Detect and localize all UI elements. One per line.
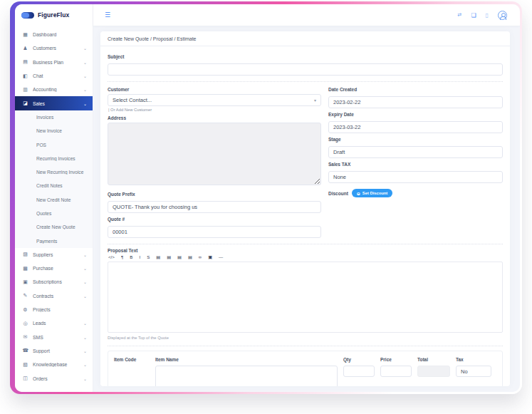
discount-row: Discount ⊖ Set Discount bbox=[328, 189, 503, 197]
sidebar-item-new-credit-note[interactable]: New Credit Note bbox=[15, 193, 93, 207]
sync-icon[interactable]: ⇄ bbox=[458, 12, 462, 18]
subscriptions-icon: ▣ bbox=[22, 279, 28, 285]
quote-number-input[interactable] bbox=[108, 226, 321, 238]
app-card: FigureFlux ▦ Dashboard ♟ Customers ⌄ ▤ bbox=[10, 1, 522, 394]
add-new-customer-link[interactable]: | Or Add New Customer bbox=[108, 108, 321, 112]
sidebar-item-chat[interactable]: ◧ Chat ⌄ bbox=[15, 69, 93, 83]
item-name-textarea[interactable] bbox=[155, 366, 338, 386]
stage-label: Stage bbox=[328, 137, 503, 142]
chevron-down-icon: ⌄ bbox=[83, 87, 87, 92]
italic-icon[interactable]: I bbox=[139, 255, 140, 259]
quote-prefix-input[interactable] bbox=[108, 201, 321, 213]
main-area: ☰ ⇄ ❏ ▯ Create New Quote / Proposal / Es… bbox=[93, 4, 520, 392]
line-items-table: Item Code Item Name Qty Price Total Tax bbox=[108, 351, 503, 386]
sidebar-item-subscriptions[interactable]: ▣ Subscriptions ⌄ bbox=[15, 275, 93, 289]
leads-icon: ◎ bbox=[22, 321, 28, 326]
proposal-text-label: Proposal Text bbox=[108, 248, 503, 253]
accounting-icon: ▥ bbox=[22, 87, 28, 93]
strikethrough-icon[interactable]: S bbox=[147, 255, 150, 259]
address-textarea[interactable] bbox=[108, 123, 321, 185]
chevron-down-icon: ⌄ bbox=[83, 321, 87, 326]
divider bbox=[108, 81, 503, 82]
logo[interactable]: FigureFlux bbox=[15, 4, 93, 26]
topbar: ☰ ⇄ ❏ ▯ bbox=[93, 4, 520, 26]
file-icon[interactable]: ❏ bbox=[471, 12, 476, 19]
sidebar-item-orders[interactable]: ◫ Orders ⌄ bbox=[15, 371, 93, 385]
business-plan-icon: ▤ bbox=[22, 59, 28, 65]
qty-header: Qty bbox=[343, 357, 375, 362]
proposal-text-editor[interactable] bbox=[108, 262, 503, 333]
sidebar-item-sales[interactable]: ◪ Sales ⌄ bbox=[15, 96, 93, 110]
sidebar-item-invoices[interactable]: Invoices bbox=[15, 110, 93, 124]
justify-left-icon[interactable]: ▤ bbox=[156, 255, 160, 259]
editor-toolbar: </> ¶ B I S ▤ ▤ ▤ ▤ ∞ ▣ bbox=[108, 255, 503, 259]
chevron-down-icon: ⌄ bbox=[83, 60, 87, 65]
tax-input[interactable] bbox=[456, 366, 491, 377]
chevron-down-icon: ⌄ bbox=[83, 266, 87, 271]
knowledgebase-icon: ▧ bbox=[22, 362, 28, 368]
sidebar-item-credit-notes[interactable]: Credit Notes bbox=[15, 179, 93, 192]
customer-select[interactable]: Select Contact... ▾ bbox=[108, 94, 321, 106]
sales-tax-input[interactable] bbox=[328, 171, 503, 183]
chevron-down-icon: ⌄ bbox=[83, 362, 87, 367]
subject-input[interactable] bbox=[108, 63, 503, 76]
stage-input[interactable] bbox=[328, 146, 503, 158]
set-discount-button[interactable]: ⊖ Set Discount bbox=[352, 189, 392, 197]
circle-minus-icon: ⊖ bbox=[357, 191, 360, 196]
sidebar-item-payments[interactable]: Payments bbox=[15, 234, 93, 247]
chevron-down-icon: ▾ bbox=[314, 98, 316, 103]
expiry-date-label: Expiry Date bbox=[328, 112, 503, 117]
sidebar-item-suppliers[interactable]: ▨ Suppliers ⌄ bbox=[15, 248, 93, 262]
quote-form-panel: Create New Quote / Proposal / Estimate S… bbox=[100, 31, 510, 386]
sidebar-item-support[interactable]: ☎ Support ⌄ bbox=[15, 344, 93, 358]
sidebar-item-accounting[interactable]: ▥ Accounting ⌄ bbox=[15, 83, 93, 96]
paragraph-icon[interactable]: ¶ bbox=[121, 255, 123, 259]
sidebar-item-sms[interactable]: ✉ SMS ⌄ bbox=[15, 331, 93, 344]
link-icon[interactable]: ∞ bbox=[199, 255, 202, 259]
view-html-icon[interactable]: </> bbox=[108, 255, 115, 259]
sidebar-item-contracts[interactable]: ✎ Contracts ⌄ bbox=[15, 289, 93, 303]
app-window: FigureFlux ▦ Dashboard ♟ Customers ⌄ ▤ bbox=[15, 4, 520, 392]
sidebar-item-new-invoice[interactable]: New Invoice bbox=[15, 124, 93, 138]
bold-icon[interactable]: B bbox=[130, 255, 132, 259]
sidebar-item-customers[interactable]: ♟ Customers ⌄ bbox=[15, 41, 93, 55]
chat-icon: ◧ bbox=[22, 73, 28, 79]
date-created-input[interactable] bbox=[328, 96, 503, 108]
sidebar-item-dashboard[interactable]: ▦ Dashboard bbox=[15, 28, 93, 41]
clipboard-icon[interactable]: ▯ bbox=[486, 12, 489, 19]
justify-right-icon[interactable]: ▤ bbox=[177, 255, 182, 259]
sidebar-item-projects[interactable]: ⚙ Projects bbox=[15, 303, 93, 316]
price-input[interactable] bbox=[380, 366, 412, 377]
support-icon: ☎ bbox=[22, 348, 28, 353]
sidebar-item-purchase[interactable]: ▩ Purchase ⌄ bbox=[15, 262, 93, 275]
profile-icon[interactable] bbox=[498, 11, 507, 20]
discount-label: Discount bbox=[328, 191, 348, 196]
sidebar-item-new-recurring-invoice[interactable]: New Recurring Invoice bbox=[15, 165, 93, 179]
page: FigureFlux ▦ Dashboard ♟ Customers ⌄ ▤ bbox=[0, 0, 532, 414]
sidebar-item-recurring-invoices[interactable]: Recurring Invoices bbox=[15, 152, 93, 165]
sidebar-item-quotes[interactable]: Quotes bbox=[15, 207, 93, 220]
chevron-down-icon: ⌄ bbox=[83, 46, 87, 51]
qty-input[interactable] bbox=[343, 366, 375, 377]
sidebar-item-knowledgebase[interactable]: ▧ Knowledgebase ⌄ bbox=[15, 358, 93, 371]
sidebar-item-create-new-quote[interactable]: Create New Quote bbox=[15, 220, 93, 234]
sidebar-item-business-plan[interactable]: ▤ Business Plan ⌄ bbox=[15, 56, 93, 69]
sales-tax-label: Sales TAX bbox=[328, 162, 503, 167]
expiry-date-input[interactable] bbox=[328, 121, 503, 133]
date-created-label: Date Created bbox=[328, 87, 503, 92]
horizontal-rule-icon[interactable]: — bbox=[219, 255, 223, 259]
image-icon[interactable]: ▣ bbox=[208, 255, 212, 259]
customer-select-value: Select Contact... bbox=[113, 97, 152, 103]
quote-number-label: Quote # bbox=[108, 217, 321, 222]
divider bbox=[108, 346, 503, 346]
justify-center-icon[interactable]: ▤ bbox=[167, 255, 171, 259]
menu-icon[interactable]: ☰ bbox=[105, 11, 110, 19]
justify-full-icon[interactable]: ▤ bbox=[188, 255, 192, 259]
total-header: Total bbox=[417, 357, 450, 362]
contracts-icon: ✎ bbox=[22, 293, 28, 299]
chevron-down-icon: ⌄ bbox=[83, 376, 87, 381]
chevron-down-icon: ⌄ bbox=[83, 294, 87, 299]
sidebar-item-pos[interactable]: POS bbox=[15, 138, 93, 151]
topbar-actions: ⇄ ❏ ▯ bbox=[458, 11, 507, 20]
sidebar-item-leads[interactable]: ◎ Leads ⌄ bbox=[15, 316, 93, 330]
